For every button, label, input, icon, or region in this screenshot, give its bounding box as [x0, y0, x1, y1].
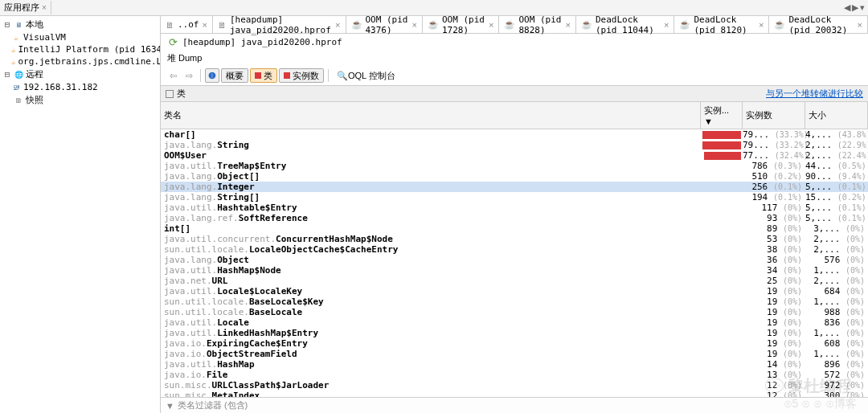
java-icon: ☕: [11, 33, 21, 43]
class-filter[interactable]: ▼ 类名过滤器 (包含): [161, 397, 868, 413]
classes-section-header: 类 与另一个堆转储进行比较: [161, 86, 868, 102]
table-row[interactable]: OOM$User77... (32.4%)2,... (22.4%): [161, 150, 868, 161]
twisty-icon[interactable]: ⊟: [3, 69, 11, 80]
tree-remote-host[interactable]: 🖳 192.168.31.182: [2, 81, 158, 93]
close-icon[interactable]: ×: [858, 20, 862, 30]
separator: [200, 69, 201, 82]
tree-app[interactable]: ☕ IntelliJ Platform (pid 16340): [2, 43, 158, 55]
cell-bar: [701, 131, 743, 139]
nav-right-icon[interactable]: ▶: [852, 2, 858, 13]
table-row[interactable]: java.io.ObjectStreamField19 (0%)1,... (0…: [161, 349, 868, 359]
table-row[interactable]: java.io.ExpiringCache$Entry19 (0%)608 (0…: [161, 338, 868, 349]
close-icon[interactable]: ×: [203, 20, 207, 30]
close-icon[interactable]: ×: [412, 20, 417, 30]
close-icon[interactable]: ×: [565, 20, 570, 30]
editor-tab[interactable]: 🗎[heapdump] java_pid20200.hprof×: [213, 16, 346, 33]
info-button[interactable]: ❶: [205, 68, 219, 83]
classes-button[interactable]: 类: [250, 68, 277, 83]
editor-tab[interactable]: ☕DeadLock (pid 11044)×: [576, 16, 675, 33]
heap-dump-label: 堆 Dump: [161, 51, 868, 66]
table-row[interactable]: java.lang.ref.SoftReference93 (0%)5,... …: [161, 213, 868, 223]
instance-icon: [284, 72, 290, 79]
cell-classname: sun.misc.URLClassPath$JarLoader: [161, 380, 701, 391]
table-row[interactable]: java.util.Locale$LocaleKey19 (0%)684 (0%…: [161, 286, 868, 296]
tree-remote[interactable]: ⊟ 🌐 远程: [2, 67, 158, 81]
cell-size: 15... (0.2%): [805, 192, 868, 202]
col-instances[interactable]: 实例数: [743, 102, 805, 129]
close-icon[interactable]: ×: [759, 20, 764, 30]
document-header: ⟳ [heapdump] java_pid20200.hprof: [161, 34, 868, 51]
editor-tab[interactable]: ☕DeadLock (pid 20032)×: [769, 16, 868, 33]
cell-size: 2,... (0%): [805, 244, 868, 255]
nav-left-icon[interactable]: ◀: [844, 2, 850, 13]
cell-classname: sun.misc.MetaIndex: [161, 391, 701, 397]
table-row[interactable]: java.util.LinkedHashMap$Entry19 (0%)1,..…: [161, 328, 868, 338]
pc-icon: 🖳: [11, 83, 21, 92]
flame-icon: ☕: [428, 19, 439, 30]
tree-app[interactable]: ☕ VisualVM: [2, 31, 158, 43]
col-classname[interactable]: 类名: [161, 102, 701, 129]
back-button[interactable]: ⇦: [166, 68, 180, 83]
cell-instances: 19 (0%): [743, 307, 805, 317]
cell-instances: 19 (0%): [743, 338, 805, 349]
table-body[interactable]: char[]79... (33.3%)4,... (43.8%)java.lan…: [161, 129, 868, 397]
app-tab[interactable]: 应用程序 ×: [0, 1, 51, 14]
editor-tab[interactable]: 🗎..of×: [161, 16, 213, 33]
tab-label: [heapdump] java_pid20200.hprof: [230, 16, 332, 35]
table-row[interactable]: java.lang.Object36 (0%)576 (0%): [161, 255, 868, 265]
col-instances-bar[interactable]: 实例... ▼: [701, 102, 743, 129]
cell-size: 300 (0%): [805, 391, 868, 397]
table-row[interactable]: java.lang.String79... (33.2%)2,... (22.9…: [161, 140, 868, 150]
nav-menu-icon[interactable]: ▾: [860, 2, 865, 13]
table-row[interactable]: java.lang.String[]194 (0.1%)15... (0.2%): [161, 192, 868, 202]
oql-button[interactable]: 🔍 OQL 控制台: [333, 68, 399, 83]
table-row[interactable]: sun.misc.MetaIndex12 (0%)300 (0%): [161, 391, 868, 397]
table-row[interactable]: java.util.concurrent.ConcurrentHashMap$N…: [161, 234, 868, 244]
cell-size: 5,... (0.1%): [805, 213, 868, 223]
close-icon[interactable]: ×: [335, 20, 340, 30]
table-row[interactable]: java.util.HashMap14 (0%)896 (0%): [161, 359, 868, 370]
editor-tab[interactable]: ☕OOM (pid 4376)×: [346, 16, 423, 33]
tree-local[interactable]: ⊟ 🖥 本地: [2, 18, 158, 31]
java-icon: ☕: [11, 45, 15, 55]
table-row[interactable]: java.util.Locale19 (0%)836 (0%): [161, 317, 868, 328]
close-icon[interactable]: ×: [42, 3, 47, 12]
close-icon[interactable]: ×: [664, 20, 669, 30]
cell-classname: java.io.ObjectStreamField: [161, 349, 701, 359]
editor-tab[interactable]: ☕OOM (pid 1728)×: [423, 16, 499, 33]
tree-snapshot[interactable]: 🗎 快照: [2, 93, 158, 107]
table-row[interactable]: sun.util.locale.BaseLocale$Key19 (0%)1,.…: [161, 296, 868, 307]
compare-link[interactable]: 与另一个堆转储进行比较: [766, 88, 863, 100]
col-size[interactable]: 大小: [805, 102, 868, 129]
editor-tab[interactable]: ☕OOM (pid 8828)×: [499, 16, 575, 33]
table-row[interactable]: char[]79... (33.3%)4,... (43.8%): [161, 129, 868, 140]
twisty-icon[interactable]: ⊟: [3, 19, 11, 30]
cell-classname: java.io.ExpiringCache$Entry: [161, 338, 701, 349]
table-row[interactable]: int[]89 (0%)3,... (0%): [161, 223, 868, 234]
table-row[interactable]: sun.misc.URLClassPath$JarLoader12 (0%)97…: [161, 380, 868, 391]
table-row[interactable]: java.lang.Integer256 (0.1%)5,... (0.1%): [161, 182, 868, 192]
flame-icon: ☕: [581, 19, 592, 30]
table-row[interactable]: java.util.TreeMap$Entry786 (0.3%)44... (…: [161, 161, 868, 171]
close-icon[interactable]: ×: [489, 20, 493, 30]
table-row[interactable]: java.util.HashMap$Node34 (0%)1,... (0%): [161, 265, 868, 276]
editor-tab[interactable]: ☕DeadLock (pid 8120)×: [674, 16, 769, 33]
table-row[interactable]: sun.util.locale.LocaleObjectCache$CacheE…: [161, 244, 868, 255]
flame-icon: ☕: [504, 19, 515, 30]
cell-instances: 510 (0.2%): [743, 171, 805, 182]
section-label: 类: [177, 88, 186, 100]
summary-button[interactable]: 概要: [221, 68, 248, 83]
cell-size: 684 (0%): [805, 286, 868, 296]
table-row[interactable]: java.util.Hashtable$Entry117 (0%)5,... (…: [161, 202, 868, 213]
forward-button[interactable]: ⇨: [182, 68, 196, 83]
cell-instances: 12 (0%): [743, 380, 805, 391]
table-row[interactable]: java.io.File13 (0%)572 (0%): [161, 370, 868, 380]
table-row[interactable]: java.lang.Object[]510 (0.2%)90... (9.4%): [161, 171, 868, 182]
content-area: 🗎..of×🗎[heapdump] java_pid20200.hprof×☕O…: [161, 16, 868, 413]
refresh-icon[interactable]: ⟳: [169, 36, 178, 48]
table-row[interactable]: sun.util.locale.BaseLocale19 (0%)988 (0%…: [161, 307, 868, 317]
table-row[interactable]: java.net.URL25 (0%)2,... (0%): [161, 276, 868, 286]
instances-button[interactable]: 实例数: [279, 68, 324, 83]
tree-app[interactable]: ☕ org.jetbrains.jps.cmdline.Launcher (: [2, 55, 158, 67]
tab-label: OOM (pid 8828): [518, 16, 562, 35]
